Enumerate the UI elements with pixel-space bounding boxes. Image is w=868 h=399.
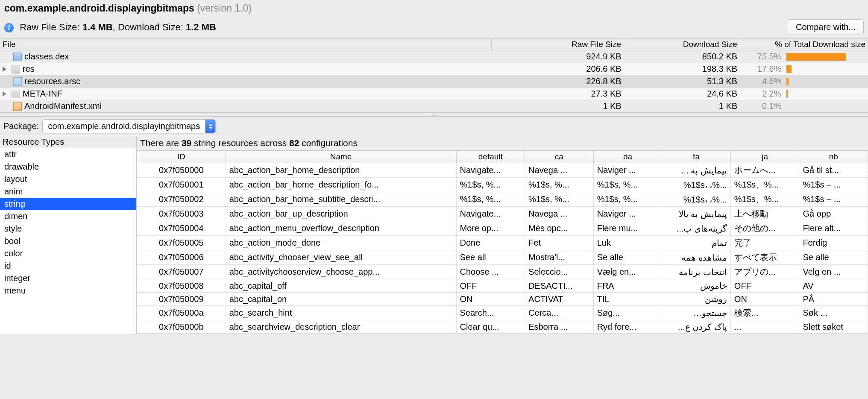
string-resources-table: IDNamedefaultcadafajanb 0x7f050000abc_ac… <box>137 150 868 334</box>
col-raw[interactable]: Raw File Size <box>491 39 624 50</box>
raw-size-value: 1.4 MB <box>82 22 113 32</box>
string-row[interactable]: 0x7f050005abc_action_mode_doneDoneFetLuk… <box>137 236 868 250</box>
string-value-nb: Gå til st... <box>799 163 868 178</box>
string-value-fa: پیمایش به ... <box>662 163 731 178</box>
col-download[interactable]: Download Size <box>624 39 740 50</box>
string-value-ja: %1$s、%... <box>730 192 799 207</box>
file-row[interactable]: classes.dex924.9 KB850.2 KB75.5% <box>0 50 868 63</box>
string-summary: There are 39 string resources across 82 … <box>137 136 868 150</box>
string-row[interactable]: 0x7f05000aabc_search_hintSearch...Cerca.… <box>137 306 868 320</box>
string-row[interactable]: 0x7f050004abc_action_menu_overflow_descr… <box>137 221 868 236</box>
string-col-header[interactable]: nb <box>799 151 868 163</box>
string-row[interactable]: 0x7f050006abc_activity_chooser_view_see_… <box>137 250 868 265</box>
string-value-default: %1$s, %... <box>456 192 525 207</box>
string-value-ca: Navega ... <box>525 207 594 221</box>
resource-type-item[interactable]: id <box>0 260 136 272</box>
string-value-fa: ...%، ،%1$s <box>662 178 731 192</box>
file-type-icon <box>13 77 22 86</box>
resource-type-item[interactable]: drawable <box>0 161 136 173</box>
string-col-header[interactable]: default <box>456 151 525 163</box>
string-col-header[interactable]: fa <box>662 151 731 163</box>
resource-type-item[interactable]: color <box>0 247 136 260</box>
package-title: com.example.android.displayingbitmaps <box>4 3 194 14</box>
string-value-ja: ホームへ... <box>730 163 799 178</box>
dl-size-value: 1.2 MB <box>186 22 216 32</box>
string-id: 0x7f05000a <box>137 306 226 320</box>
disclosure-triangle-icon[interactable] <box>3 67 6 72</box>
version-label: (version 1.0) <box>197 3 252 14</box>
string-value-ja: 上へ移動 <box>730 207 799 221</box>
file-name: AndroidManifest.xml <box>24 101 102 111</box>
package-select[interactable]: com.example.android.displayingbitmaps <box>42 119 216 133</box>
string-col-header[interactable]: ID <box>137 151 226 163</box>
string-row[interactable]: 0x7f05000babc_searchview_description_cle… <box>137 320 868 334</box>
disclosure-triangle-icon[interactable] <box>3 91 6 97</box>
string-value-da: Luk <box>593 236 662 250</box>
string-value-fa: انتخاب برنامه <box>662 265 731 279</box>
string-value-ca: %1$s, %... <box>525 178 594 192</box>
resource-type-item[interactable]: dimen <box>0 210 136 223</box>
string-value-default: Navigate... <box>456 207 525 221</box>
size-bar <box>786 78 788 85</box>
string-value-ja: %1$s、%... <box>730 178 799 192</box>
file-row[interactable]: resources.arsc226.8 KB51.3 KB4.6% <box>0 75 868 88</box>
string-col-header[interactable]: da <box>593 151 662 163</box>
resource-type-item[interactable]: integer <box>0 272 136 285</box>
string-value-da: Søg... <box>593 306 662 320</box>
string-value-fa: مشاهده همه <box>662 250 731 265</box>
string-name: abc_capital_on <box>226 293 456 306</box>
file-row[interactable]: META-INF27.3 KB24.6 KB2.2% <box>0 88 868 100</box>
string-row[interactable]: 0x7f050007abc_activitychooserview_choose… <box>137 265 868 279</box>
split-divider[interactable]: :::::: <box>0 112 868 117</box>
string-value-da: Vælg en... <box>593 265 662 279</box>
resource-type-item[interactable]: menu <box>0 285 136 297</box>
string-col-header[interactable]: ja <box>730 151 799 163</box>
string-value-nb: Ferdig <box>799 236 868 250</box>
string-id: 0x7f050008 <box>137 279 226 293</box>
compare-with-button[interactable]: Compare with... <box>788 19 864 35</box>
file-name: resources.arsc <box>24 76 80 86</box>
package-select-value: com.example.android.displayingbitmaps <box>43 120 205 133</box>
string-value-ja: すべて表示 <box>730 250 799 265</box>
string-value-default: More op... <box>456 221 525 236</box>
string-name: abc_search_hint <box>226 306 456 320</box>
file-row[interactable]: res206.6 KB198.3 KB17.6% <box>0 63 868 75</box>
resource-type-item[interactable]: attr <box>0 148 136 161</box>
string-row[interactable]: 0x7f050009abc_capital_onONACTIVATTILروشن… <box>137 293 868 306</box>
string-name: abc_action_mode_done <box>226 236 456 250</box>
string-row[interactable]: 0x7f050002abc_action_bar_home_subtitle_d… <box>137 192 868 207</box>
col-file[interactable]: File <box>0 39 491 50</box>
resource-type-item[interactable]: style <box>0 223 136 235</box>
string-col-header[interactable]: Name <box>226 151 456 163</box>
string-row[interactable]: 0x7f050000abc_action_bar_home_descriptio… <box>137 163 868 178</box>
resource-type-item[interactable]: string <box>0 198 136 210</box>
resource-type-item[interactable]: bool <box>0 235 136 247</box>
string-value-default: Navigate... <box>456 163 525 178</box>
select-arrows-icon <box>205 120 215 133</box>
string-value-da: Flere mu... <box>593 221 662 236</box>
string-value-ca: Navega ... <box>525 163 594 178</box>
string-col-header[interactable]: ca <box>525 151 594 163</box>
resource-type-item[interactable]: layout <box>0 173 136 185</box>
string-value-ca: ACTIVAT <box>525 293 594 306</box>
string-value-ja: ON <box>730 293 799 306</box>
size-bar <box>786 65 791 73</box>
string-value-nb: %1$s – ... <box>799 192 868 207</box>
string-name: abc_action_bar_up_description <box>226 207 456 221</box>
percent-value: 75.5% <box>740 50 784 63</box>
string-value-da: Se alle <box>593 250 662 265</box>
string-row[interactable]: 0x7f050008abc_capital_offOFFDESACTI...FR… <box>137 279 868 293</box>
string-value-fa: ...%، ،%1$s <box>662 192 731 207</box>
file-row[interactable]: AndroidManifest.xml1 KB1 KB0.1% <box>0 100 868 112</box>
string-row[interactable]: 0x7f050003abc_action_bar_up_descriptionN… <box>137 207 868 221</box>
string-row[interactable]: 0x7f050001abc_action_bar_home_descriptio… <box>137 178 868 192</box>
resource-type-item[interactable]: anim <box>0 185 136 198</box>
string-value-default: Search... <box>456 306 525 320</box>
string-id: 0x7f050000 <box>137 163 226 178</box>
download-size: 198.3 KB <box>624 63 740 75</box>
col-pct[interactable]: % of Total Download size <box>740 39 868 50</box>
string-value-ja: その他の... <box>730 221 799 236</box>
string-value-ca: Mostra'l... <box>525 250 594 265</box>
size-bar <box>786 53 846 61</box>
string-value-ca: DESACTI... <box>525 279 594 293</box>
